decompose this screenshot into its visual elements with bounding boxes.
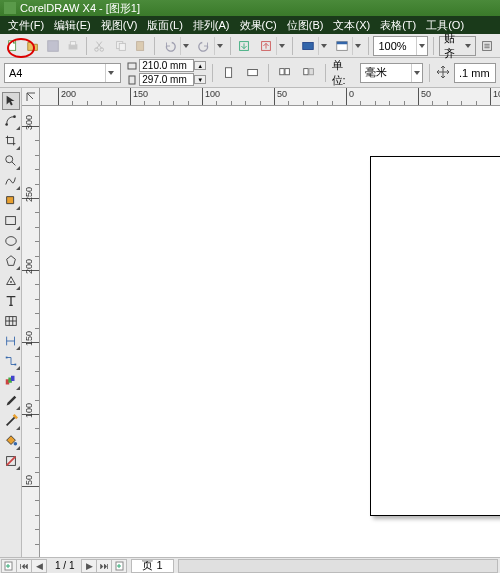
eyedropper-tool[interactable] bbox=[2, 392, 20, 410]
first-page-button[interactable]: ⏮ bbox=[16, 559, 32, 573]
menu-表格[interactable]: 表格(T) bbox=[376, 18, 420, 33]
welcome-dropdown[interactable] bbox=[352, 37, 363, 55]
zoom-tool[interactable] bbox=[2, 152, 20, 170]
separator bbox=[429, 64, 430, 82]
menu-位图[interactable]: 位图(B) bbox=[283, 18, 328, 33]
work-area: 20015010050050100 30025020015010050 bbox=[0, 88, 500, 557]
export-dropdown[interactable] bbox=[276, 37, 287, 55]
vertical-ruler[interactable]: 30025020015010050 bbox=[22, 106, 40, 557]
welcome-button[interactable] bbox=[332, 36, 352, 56]
new-button[interactable] bbox=[4, 36, 21, 56]
menu-版面[interactable]: 版面(L) bbox=[143, 18, 186, 33]
nudge-combo[interactable] bbox=[454, 63, 496, 83]
undo-button[interactable] bbox=[160, 36, 180, 56]
polygon-tool[interactable] bbox=[2, 252, 20, 270]
smart-fill-tool[interactable] bbox=[2, 192, 20, 210]
menu-视图[interactable]: 视图(V) bbox=[97, 18, 142, 33]
fill-tool[interactable] bbox=[2, 432, 20, 450]
cut-button[interactable] bbox=[92, 36, 109, 56]
page-tab-1[interactable]: 页 1 bbox=[131, 559, 173, 573]
outline-tool[interactable] bbox=[2, 412, 20, 430]
paper-size-combo[interactable] bbox=[4, 63, 121, 83]
pick-tool[interactable] bbox=[2, 92, 20, 110]
window-title: CorelDRAW X4 - [图形1] bbox=[20, 1, 140, 16]
connector-tool[interactable] bbox=[2, 352, 20, 370]
copy-button[interactable] bbox=[112, 36, 129, 56]
shape-tool[interactable] bbox=[2, 112, 20, 130]
paper-height-input[interactable] bbox=[139, 73, 194, 86]
svg-rect-26 bbox=[5, 217, 15, 225]
separator bbox=[212, 64, 213, 82]
open-button[interactable] bbox=[24, 36, 41, 56]
paper-size-dropdown[interactable] bbox=[105, 64, 116, 82]
text-tool[interactable] bbox=[2, 292, 20, 310]
svg-point-24 bbox=[13, 115, 16, 118]
menu-效果[interactable]: 效果(C) bbox=[236, 18, 281, 33]
redo-button[interactable] bbox=[194, 36, 214, 56]
crop-tool[interactable] bbox=[2, 132, 20, 150]
zoom-combo[interactable] bbox=[373, 36, 428, 56]
units-combo[interactable] bbox=[360, 63, 423, 83]
canvas[interactable] bbox=[40, 106, 500, 557]
svg-rect-3 bbox=[70, 41, 75, 45]
paper-size-input[interactable] bbox=[5, 67, 105, 79]
width-up[interactable]: ▲ bbox=[194, 61, 206, 70]
paper-width-input[interactable] bbox=[139, 59, 194, 72]
svg-rect-8 bbox=[136, 41, 143, 50]
svg-rect-15 bbox=[128, 63, 136, 69]
horizontal-scrollbar[interactable] bbox=[178, 559, 498, 573]
svg-point-27 bbox=[5, 237, 16, 246]
app-launcher-button[interactable] bbox=[298, 36, 318, 56]
freehand-tool[interactable] bbox=[2, 172, 20, 190]
add-page-button[interactable] bbox=[1, 559, 17, 573]
save-button[interactable] bbox=[44, 36, 61, 56]
export-button[interactable] bbox=[256, 36, 276, 56]
units-input[interactable] bbox=[361, 67, 411, 79]
property-bar: ▲ ▼ 单位: bbox=[0, 58, 500, 88]
current-page-button[interactable] bbox=[299, 63, 319, 83]
separator bbox=[292, 37, 293, 55]
undo-dropdown[interactable] bbox=[180, 37, 191, 55]
title-bar: CorelDRAW X4 - [图形1] bbox=[0, 0, 500, 16]
dimension-tool[interactable] bbox=[2, 332, 20, 350]
portrait-button[interactable] bbox=[219, 63, 239, 83]
options-button[interactable] bbox=[479, 36, 496, 56]
menu-排列[interactable]: 排列(A) bbox=[189, 18, 234, 33]
height-down[interactable]: ▼ bbox=[194, 75, 206, 84]
menu-编辑[interactable]: 编辑(E) bbox=[50, 18, 95, 33]
svg-point-35 bbox=[13, 442, 17, 446]
interactive-fill-tool[interactable] bbox=[2, 452, 20, 470]
import-button[interactable] bbox=[236, 36, 253, 56]
prev-page-button[interactable]: ◀ bbox=[31, 559, 47, 573]
last-page-button[interactable]: ⏭ bbox=[96, 559, 112, 573]
rectangle-tool[interactable] bbox=[2, 212, 20, 230]
landscape-button[interactable] bbox=[243, 63, 263, 83]
next-page-button[interactable]: ▶ bbox=[81, 559, 97, 573]
units-dropdown[interactable] bbox=[411, 64, 422, 82]
separator bbox=[268, 64, 269, 82]
ruler-origin[interactable] bbox=[22, 88, 40, 106]
nudge-input[interactable] bbox=[455, 67, 495, 79]
zoom-input[interactable] bbox=[374, 40, 416, 52]
print-button[interactable] bbox=[64, 36, 81, 56]
snap-button[interactable]: 贴齐 bbox=[439, 36, 476, 56]
redo-dropdown[interactable] bbox=[214, 37, 225, 55]
basic-shapes-tool[interactable] bbox=[2, 272, 20, 290]
all-pages-button[interactable] bbox=[275, 63, 295, 83]
menu-文件[interactable]: 文件(F) bbox=[4, 18, 48, 33]
svg-rect-22 bbox=[309, 68, 313, 74]
app-launcher-dropdown[interactable] bbox=[318, 37, 329, 55]
zoom-dropdown[interactable] bbox=[416, 37, 427, 55]
ellipse-tool[interactable] bbox=[2, 232, 20, 250]
svg-rect-0 bbox=[8, 40, 15, 50]
interactive-blend-tool[interactable] bbox=[2, 372, 20, 390]
horizontal-ruler[interactable]: 20015010050050100 bbox=[40, 88, 500, 106]
svg-point-23 bbox=[5, 123, 8, 126]
menu-文本[interactable]: 文本(X) bbox=[329, 18, 374, 33]
svg-rect-13 bbox=[336, 41, 347, 44]
paste-button[interactable] bbox=[132, 36, 149, 56]
add-page-after-button[interactable] bbox=[111, 559, 127, 573]
table-tool[interactable] bbox=[2, 312, 20, 330]
canvas-area: 20015010050050100 30025020015010050 bbox=[22, 88, 500, 557]
toolbox bbox=[0, 88, 22, 557]
